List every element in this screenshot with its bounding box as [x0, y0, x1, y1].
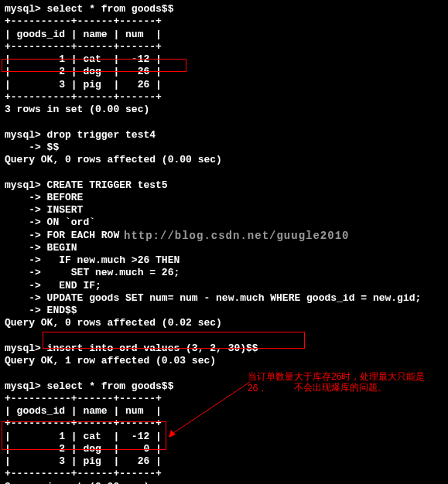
query-cont[interactable]: ON `ord`: [5, 216, 443, 229]
result-msg: 3 rows in set (0.00 sec): [5, 481, 443, 485]
query-create-trigger[interactable]: CREATE TRIGGER test5: [5, 179, 443, 192]
table-border: +----------+------+------+: [5, 468, 443, 480]
result-msg: Query OK, 0 rows affected (0.02 sec): [5, 317, 443, 329]
query-cont[interactable]: INSERT: [5, 204, 443, 216]
query-cont[interactable]: BEGIN: [5, 242, 443, 254]
result-msg: 3 rows in set (0.00 sec): [5, 104, 443, 116]
query-drop-trigger[interactable]: drop trigger test4: [5, 129, 443, 141]
table-border: +----------+------+------+: [5, 393, 443, 405]
query-cont[interactable]: IF new.much >26 THEN: [5, 254, 443, 267]
query-select-1[interactable]: select * from goods$$: [5, 3, 443, 15]
query-cont[interactable]: END$$: [5, 305, 443, 317]
table-border: +----------+------+------+: [5, 418, 443, 430]
query-cont[interactable]: SET new.much = 26;: [5, 267, 443, 279]
table-row: | 2 | dog | 26 |: [5, 66, 443, 78]
annotation-text-2: 不会出现爆库的问题。: [294, 382, 448, 394]
query-cont[interactable]: FOR EACH ROW: [5, 230, 443, 242]
table-border: +----------+------+------+: [5, 41, 443, 53]
table-row: | 1 | cat | -12 |: [5, 431, 443, 443]
table-row: | 2 | dog | 0 |: [5, 443, 443, 455]
blank-line: [5, 330, 443, 343]
query-cont[interactable]: END IF;: [5, 280, 443, 292]
table-header: | goods_id | name | num |: [5, 405, 443, 418]
table-row: | 3 | pig | 26 |: [5, 79, 443, 91]
table-row: | 1 | cat | -12 |: [5, 53, 443, 66]
blank-line: [5, 116, 443, 128]
result-msg: Query OK, 0 rows affected (0.00 sec): [5, 154, 443, 166]
table-border: +----------+------+------+: [5, 91, 443, 104]
query-cont[interactable]: BEFORE: [5, 192, 443, 204]
table-border: +----------+------+------+: [5, 15, 443, 28]
blank-line: [5, 166, 443, 179]
result-msg: Query OK, 1 row affected (0.03 sec): [5, 355, 443, 367]
query-insert[interactable]: insert into ord values (3, 2, 30)$$: [5, 343, 443, 355]
table-row: | 3 | pig | 26 |: [5, 455, 443, 468]
query-cont[interactable]: $$: [5, 141, 443, 154]
table-header: | goods_id | name | num |: [5, 29, 443, 41]
query-cont[interactable]: UPDATE goods SET num= num - new.much WHE…: [5, 292, 443, 305]
